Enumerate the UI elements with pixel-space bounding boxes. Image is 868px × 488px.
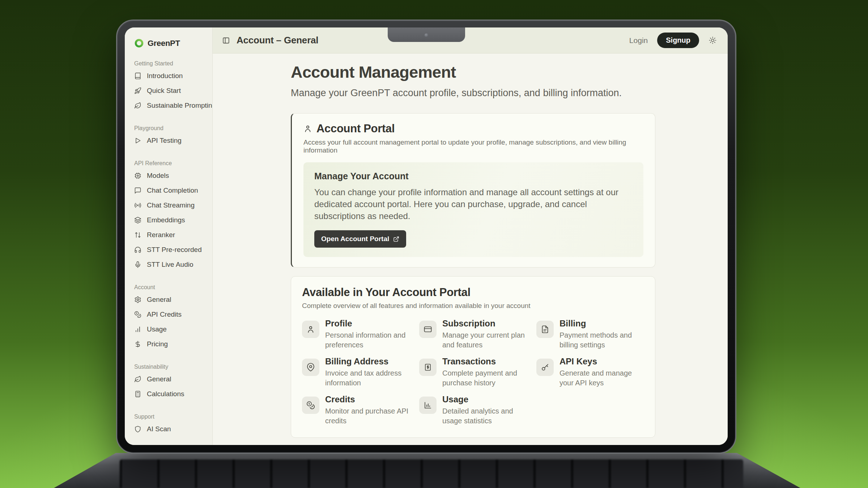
sidebar-item-embeddings[interactable]: Embeddings [134,213,206,227]
sidebar-item-account-general[interactable]: General [134,292,206,307]
button-label: Open Account Portal [321,235,389,243]
brand-logo[interactable]: GreenPT [134,38,206,48]
sidebar: GreenPT Getting Started Introduction Qui… [125,27,213,445]
feature-description: Invoice and tax address information [325,368,410,388]
sidebar-item-usage[interactable]: Usage [134,322,206,337]
feature-title: Billing [559,318,644,329]
feature-icon-box [419,359,437,376]
feature-api-keys: API Keys Generate and manage your API ke… [536,356,644,389]
section-label: Support [134,414,206,420]
sidebar-section-sustainability: Sustainability General Calculations [134,364,206,401]
sidebar-item-pricing[interactable]: Pricing [134,337,206,351]
account-portal-header: Account Portal [303,122,643,135]
theme-toggle-button[interactable] [709,36,717,44]
feature-title: Usage [442,394,527,404]
portal-features-card: Available in Your Account Portal Complet… [291,276,655,438]
features-grid: Profile Personal information and prefere… [302,318,644,427]
coins-icon [134,311,141,318]
sidebar-item-reranker[interactable]: Reranker [134,227,206,242]
credit-card-icon [424,325,432,334]
green-ring-logo-icon [134,38,144,48]
laptop-base [54,453,800,488]
sidebar-item-sustainable-prompting[interactable]: Sustainable Prompting [134,98,206,113]
laptop-notch [388,27,465,42]
sidebar-item-chat-streaming[interactable]: Chat Streaming [134,198,206,213]
sidebar-toggle-button[interactable] [222,37,230,44]
sidebar-item-label: Models [147,172,169,180]
broadcast-icon [134,202,141,209]
feature-billing: Billing Payment methods and billing sett… [536,318,644,351]
feature-title: Transactions [442,356,527,367]
external-link-icon [393,236,399,242]
laptop-keyboard [120,459,743,488]
sidebar-item-stt-live-audio[interactable]: STT Live Audio [134,257,206,272]
feature-title: Credits [325,394,410,404]
microphone-icon [134,261,141,268]
card-description: Access your full account management port… [303,138,643,154]
sidebar-item-label: Quick Start [147,87,181,95]
sidebar-item-label: General [147,296,171,304]
feature-description: Detailed analytics and usage statistics [442,406,527,425]
feature-icon-box [536,359,554,376]
signup-button[interactable]: Signup [657,33,699,48]
account-portal-card: Account Portal Access your full account … [291,113,655,267]
feature-subscription: Subscription Manage your current plan an… [419,318,527,351]
sidebar-item-quick-start[interactable]: Quick Start [134,83,206,98]
headphones-icon [134,246,141,253]
sidebar-item-sustainability-general[interactable]: General [134,372,206,386]
rocket-icon [134,87,141,94]
topbar: Account – General Login Signup [213,27,728,53]
sidebar-item-label: Introduction [147,72,183,80]
sidebar-section-account: Account General API Credits Usage Pricin… [134,284,206,351]
receipt-dollar-icon [424,363,432,372]
topbar-actions: Login Signup [629,33,717,48]
section-label: Playground [134,125,206,132]
sidebar-item-api-credits[interactable]: API Credits [134,307,206,322]
document-icon [541,325,549,334]
panel-body: You can change your profile information … [314,186,633,222]
sidebar-item-label: API Testing [147,137,182,145]
user-icon [306,325,315,334]
page-title: Account Management [291,63,728,82]
feature-description: Generate and manage your API keys [559,368,644,388]
feature-icon-box [419,397,437,414]
panel-left-icon [222,37,230,44]
gear-icon [134,296,141,303]
feature-description: Manage your current plan and features [442,330,527,350]
map-pin-icon [306,363,315,372]
card-title: Account Portal [316,122,395,135]
sidebar-item-api-testing[interactable]: API Testing [134,133,206,148]
login-link[interactable]: Login [629,36,648,45]
brand-name: GreenPT [148,39,180,48]
sidebar-item-label: AI Scan [147,425,171,433]
section-label: API Reference [134,160,206,167]
sidebar-item-introduction[interactable]: Introduction [134,68,206,83]
sidebar-section-api-reference: API Reference Models Chat Completion Cha… [134,160,206,272]
laptop: GreenPT Getting Started Introduction Qui… [116,20,736,454]
sidebar-item-calculations[interactable]: Calculations [134,386,206,401]
user-icon [303,124,312,133]
sidebar-item-chat-completion[interactable]: Chat Completion [134,183,206,198]
feature-icon-box [536,321,554,338]
feature-description: Payment methods and billing settings [559,330,644,350]
open-account-portal-button[interactable]: Open Account Portal [314,230,406,248]
sidebar-item-ai-scan[interactable]: AI Scan [134,421,206,436]
sidebar-item-stt-pre-recorded[interactable]: STT Pre-recorded [134,242,206,257]
chip-icon [134,172,141,179]
chart-column-icon [424,401,432,410]
section-label: Sustainability [134,364,206,370]
feature-icon-box [302,359,319,376]
sidebar-item-label: Calculations [147,390,184,398]
leaf-icon [134,376,141,383]
sun-icon [709,36,717,44]
feature-title: Subscription [442,318,527,329]
feature-title: Billing Address [325,356,410,367]
feature-usage: Usage Detailed analytics and usage stati… [419,394,527,427]
page-subtitle: Manage your GreenPT account profile, sub… [291,87,728,99]
sidebar-item-label: Pricing [147,340,168,348]
sidebar-item-label: STT Live Audio [147,261,193,269]
sidebar-item-models[interactable]: Models [134,168,206,183]
sort-arrows-icon [134,231,141,239]
feature-title: API Keys [559,356,644,367]
feature-description: Personal information and preferences [325,330,410,350]
